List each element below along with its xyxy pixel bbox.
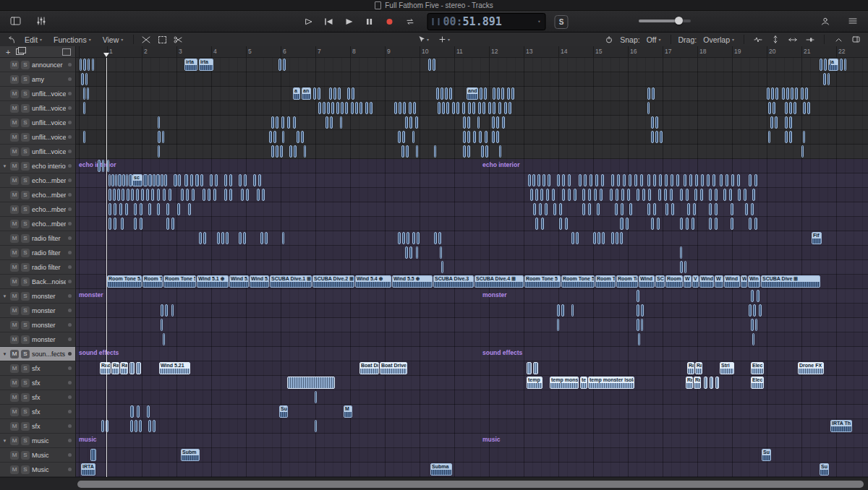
audio-region[interactable] xyxy=(616,189,618,201)
track-header-row[interactable]: MSecho...mber xyxy=(0,217,75,231)
audio-region[interactable] xyxy=(184,174,188,186)
audio-region[interactable] xyxy=(731,174,734,186)
audio-region[interactable] xyxy=(539,203,542,215)
audio-region[interactable] xyxy=(229,174,232,186)
disclosure-triangle-icon[interactable]: ▼ xyxy=(1,352,8,356)
audio-region[interactable] xyxy=(243,232,246,244)
playhead[interactable] xyxy=(106,58,107,477)
audio-region[interactable] xyxy=(463,116,466,129)
audio-region[interactable] xyxy=(502,116,505,129)
audio-region[interactable]: Stri xyxy=(720,362,734,374)
mute-button[interactable]: M xyxy=(10,133,19,142)
audio-region[interactable] xyxy=(102,160,104,172)
audio-region[interactable] xyxy=(297,131,299,143)
audio-region[interactable]: Su xyxy=(762,449,771,461)
audio-region[interactable] xyxy=(752,189,755,201)
inspector-panel-icon[interactable] xyxy=(849,34,862,45)
track-header-row[interactable]: MSannouncer xyxy=(0,58,75,72)
track-header-row[interactable]: MSecho...mber xyxy=(0,188,75,202)
audio-region[interactable] xyxy=(655,116,658,129)
audio-region[interactable] xyxy=(823,73,826,85)
audio-region[interactable] xyxy=(770,116,773,129)
audio-region[interactable] xyxy=(166,218,169,230)
audio-region[interactable]: Ra xyxy=(686,377,693,389)
audio-region[interactable] xyxy=(553,203,556,215)
audio-region[interactable] xyxy=(158,131,161,143)
audio-region[interactable] xyxy=(731,203,733,215)
audio-region[interactable] xyxy=(477,116,480,129)
audio-region[interactable] xyxy=(647,174,650,186)
input-monitor-dot[interactable] xyxy=(68,410,72,413)
audio-region[interactable] xyxy=(162,131,164,143)
audio-region[interactable] xyxy=(530,189,533,201)
audio-region[interactable] xyxy=(394,102,397,114)
audio-region[interactable] xyxy=(657,218,660,230)
waveform-zoom-icon[interactable] xyxy=(752,34,765,45)
audio-region[interactable] xyxy=(113,189,116,201)
audio-region[interactable] xyxy=(478,102,481,114)
audio-region[interactable] xyxy=(318,87,320,100)
audio-region[interactable] xyxy=(752,333,754,345)
lcd-chevron-icon[interactable]: ▾ xyxy=(537,19,540,25)
audio-region[interactable] xyxy=(680,246,682,259)
audio-region[interactable] xyxy=(153,174,156,186)
audio-region[interactable] xyxy=(467,116,470,129)
master-volume-slider[interactable] xyxy=(639,20,691,22)
input-monitor-dot[interactable] xyxy=(68,395,72,399)
audio-region[interactable] xyxy=(140,218,142,230)
record-button[interactable] xyxy=(381,14,399,30)
crossfade-tool-icon[interactable] xyxy=(140,34,153,45)
audio-region[interactable] xyxy=(651,116,654,129)
audio-region[interactable] xyxy=(785,116,788,129)
scissors-tool-icon[interactable] xyxy=(171,34,184,45)
mute-button[interactable]: M xyxy=(10,393,19,402)
solo-button[interactable]: S xyxy=(21,75,30,84)
solo-button[interactable]: S xyxy=(21,350,30,358)
mute-button[interactable]: M xyxy=(10,263,19,272)
audio-region[interactable]: Ra xyxy=(695,362,702,374)
drag-value-dropdown[interactable]: Overlap ▾ xyxy=(701,35,736,44)
input-monitor-dot[interactable] xyxy=(68,352,72,356)
audio-region[interactable] xyxy=(610,189,613,201)
audio-region[interactable] xyxy=(665,203,668,215)
audio-region[interactable] xyxy=(398,232,401,244)
audio-region[interactable] xyxy=(537,174,540,186)
audio-region[interactable] xyxy=(621,189,624,201)
audio-region[interactable] xyxy=(793,102,796,114)
mute-button[interactable]: M xyxy=(10,119,19,127)
mute-button[interactable]: M xyxy=(10,75,19,84)
audio-region[interactable] xyxy=(340,116,342,129)
audio-region[interactable] xyxy=(571,232,574,244)
audio-region[interactable] xyxy=(501,87,504,100)
solo-button[interactable]: S xyxy=(21,234,30,243)
audio-region[interactable]: ja xyxy=(828,59,838,71)
mute-button[interactable]: M xyxy=(10,176,19,185)
audio-region[interactable]: Ra xyxy=(120,362,128,374)
audio-region[interactable] xyxy=(533,203,536,215)
audio-region[interactable] xyxy=(737,174,740,186)
audio-region[interactable] xyxy=(434,232,437,244)
audio-region[interactable]: an xyxy=(302,87,311,100)
input-monitor-dot[interactable] xyxy=(68,280,72,283)
track-header-row[interactable]: MSamy xyxy=(0,72,75,87)
audio-region[interactable] xyxy=(684,174,686,186)
audio-region[interactable] xyxy=(118,174,122,186)
audio-region[interactable] xyxy=(496,116,499,129)
audio-region[interactable] xyxy=(406,145,409,158)
audio-region[interactable] xyxy=(785,131,788,143)
track-header-row[interactable]: MSunflit...voice xyxy=(0,145,75,159)
audio-region[interactable] xyxy=(467,131,470,143)
mute-button[interactable]: M xyxy=(10,451,19,460)
audio-region[interactable] xyxy=(686,189,689,201)
audio-region[interactable] xyxy=(440,246,442,259)
audio-region[interactable] xyxy=(109,203,111,215)
audio-region[interactable] xyxy=(840,59,843,71)
audio-region[interactable] xyxy=(161,319,163,331)
audio-region[interactable] xyxy=(90,449,96,461)
audio-region[interactable] xyxy=(579,174,582,186)
audio-region[interactable] xyxy=(131,189,134,201)
audio-region[interactable] xyxy=(467,145,470,158)
audio-region[interactable]: Room Tor xyxy=(142,275,163,288)
audio-region[interactable] xyxy=(768,102,771,114)
mute-button[interactable]: M xyxy=(10,61,19,69)
